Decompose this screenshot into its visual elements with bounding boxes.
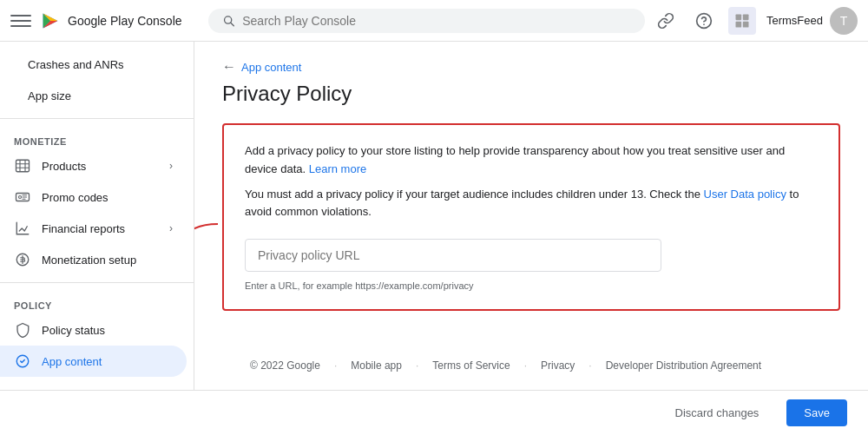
hamburger-icon[interactable] xyxy=(10,10,31,31)
top-header: Google Play Console xyxy=(0,0,868,42)
discard-changes-button[interactable]: Discard changes xyxy=(658,399,777,426)
content-footer: © 2022 Google · Mobile app · Terms of Se… xyxy=(222,346,840,386)
policy-desc1: Add a privacy policy to your store listi… xyxy=(245,142,818,179)
financial-reports-icon xyxy=(14,220,31,237)
content-area: ← App content Privacy Policy Add a priva… xyxy=(194,42,868,390)
footer-copyright: © 2022 Google xyxy=(250,359,320,372)
account-icon xyxy=(728,7,756,35)
app-content-icon xyxy=(14,353,31,370)
breadcrumb-arrow-icon: ← xyxy=(222,59,236,75)
play-logo-icon xyxy=(38,9,62,33)
privacy-policy-url-input[interactable] xyxy=(245,239,661,272)
help-icon-btn[interactable] xyxy=(690,7,718,35)
sidebar-item-crashes[interactable]: Crashes and ANRs xyxy=(0,49,187,80)
svg-rect-8 xyxy=(743,21,749,27)
sidebar-divider-2 xyxy=(0,282,194,283)
header-left: Google Play Console xyxy=(10,9,201,33)
content-inner: ← App content Privacy Policy Add a priva… xyxy=(194,42,868,390)
promo-codes-icon xyxy=(14,188,31,206)
user-avatar: T xyxy=(830,7,858,35)
breadcrumb[interactable]: ← App content xyxy=(222,59,840,75)
sidebar-divider-1 xyxy=(0,118,194,119)
sidebar-item-products[interactable]: Products › xyxy=(0,150,187,181)
main-layout: Crashes and ANRs App size Monetize Produ… xyxy=(0,42,868,390)
app-title: Google Play Console xyxy=(68,14,182,28)
search-icon xyxy=(222,14,235,28)
svg-rect-7 xyxy=(735,21,741,27)
sidebar: Crashes and ANRs App size Monetize Produ… xyxy=(0,42,194,390)
svg-point-4 xyxy=(703,23,705,25)
sidebar-item-financial-reports[interactable]: Financial reports › xyxy=(0,213,187,244)
footer-terms-link[interactable]: Terms of Service xyxy=(432,359,510,372)
sidebar-item-policy-status[interactable]: Policy status xyxy=(0,314,187,346)
search-input[interactable] xyxy=(242,14,631,28)
sidebar-item-app-size[interactable]: App size xyxy=(0,80,187,111)
user-area[interactable]: TermsFeed T xyxy=(766,7,858,35)
sidebar-section-policy: Policy xyxy=(0,290,194,314)
breadcrumb-label: App content xyxy=(241,61,301,74)
products-icon xyxy=(14,157,31,175)
learn-more-link[interactable]: Learn more xyxy=(309,162,366,175)
sidebar-section-monetize: Monetize xyxy=(0,126,194,150)
sidebar-item-promo-codes[interactable]: Promo codes xyxy=(0,181,187,213)
link-icon-btn[interactable] xyxy=(652,7,680,35)
user-name: TermsFeed xyxy=(766,14,823,27)
url-input-wrap xyxy=(245,239,818,272)
policy-status-icon xyxy=(14,321,31,339)
sidebar-item-monetization-setup[interactable]: Monetization setup xyxy=(0,244,187,275)
policy-card: Add a privacy policy to your store listi… xyxy=(222,123,840,311)
footer-dda-link[interactable]: Developer Distribution Agreement xyxy=(606,359,761,372)
footer-mobile-app-link[interactable]: Mobile app xyxy=(351,359,402,372)
user-data-policy-link[interactable]: User Data policy xyxy=(704,188,786,201)
footer-privacy-link[interactable]: Privacy xyxy=(541,359,575,372)
svg-line-2 xyxy=(231,23,233,25)
svg-rect-5 xyxy=(735,14,741,20)
financial-reports-chevron-icon: › xyxy=(169,222,173,234)
monetization-setup-icon xyxy=(14,251,31,268)
account-glyph-icon xyxy=(733,12,751,30)
search-bar[interactable] xyxy=(208,9,645,33)
products-chevron-icon: › xyxy=(169,160,173,172)
save-button[interactable]: Save xyxy=(786,399,847,426)
policy-desc2: You must add a privacy policy if your ta… xyxy=(245,186,818,222)
logo-area: Google Play Console xyxy=(38,9,182,33)
annotation-arrow xyxy=(194,215,222,285)
svg-rect-9 xyxy=(16,160,30,172)
sidebar-item-app-content[interactable]: App content xyxy=(0,346,187,377)
bottom-action-bar: Discard changes Save xyxy=(0,390,868,435)
link-icon xyxy=(657,12,674,30)
svg-rect-6 xyxy=(743,14,749,20)
header-actions: TermsFeed T xyxy=(652,7,858,35)
help-icon xyxy=(695,12,713,30)
url-hint: Enter a URL, for example https://example… xyxy=(245,280,474,291)
svg-point-11 xyxy=(19,196,22,199)
page-title: Privacy Policy xyxy=(222,82,840,106)
